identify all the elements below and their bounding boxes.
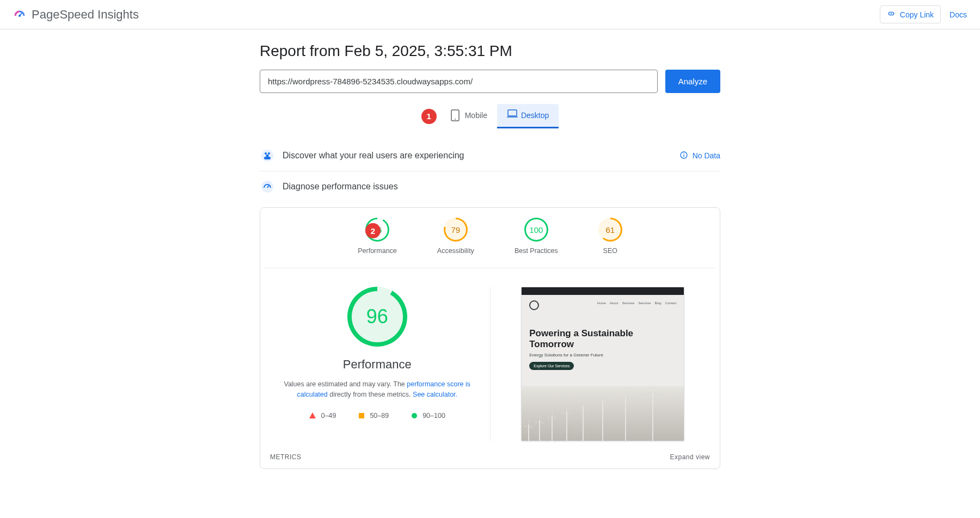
svg-point-3	[455, 119, 456, 120]
diag-icon	[260, 179, 275, 194]
info-icon	[679, 151, 688, 161]
thumb-bg	[522, 386, 684, 441]
app-header: PageSpeed Insights Copy Link Docs	[0, 0, 980, 29]
main-container: Report from Feb 5, 2025, 3:55:31 PM Anal…	[260, 29, 720, 469]
docs-link[interactable]: Docs	[950, 10, 967, 19]
perf-row: 96 Performance Values are estimated and …	[265, 268, 715, 447]
svg-line-1	[20, 13, 22, 16]
crux-icon	[260, 148, 275, 163]
diag-section-header: Diagnose performance issues	[260, 171, 720, 202]
svg-rect-4	[508, 110, 517, 116]
expand-view-button[interactable]: Expand view	[670, 453, 710, 461]
svg-point-12	[683, 153, 684, 154]
psi-logo-icon	[13, 8, 26, 21]
circle-icon	[412, 413, 417, 418]
header-actions: Copy Link Docs	[880, 5, 967, 23]
perf-link-seecalc[interactable]: See calculator.	[413, 391, 457, 398]
desktop-icon	[507, 109, 517, 121]
gauges-row: 2 96 Performance 79 Accessibility 100 Be…	[265, 218, 715, 268]
thumb-headline: Powering a Sustainable Tomorrow	[529, 328, 676, 349]
analyze-button[interactable]: Analyze	[665, 70, 720, 93]
score-legend: 0–49 50–89 90–100	[309, 412, 445, 420]
page-thumbnail: Home About Services Services Blog Contac…	[521, 287, 684, 441]
thumb-nav: Home About Services Services Blog Contac…	[597, 301, 676, 305]
tab-desktop[interactable]: Desktop	[497, 104, 559, 128]
square-icon	[359, 413, 364, 418]
thumb-cta: Explore Our Services	[529, 362, 574, 370]
callout-1-badge: 1	[421, 109, 437, 124]
svg-point-14	[261, 181, 273, 193]
diag-title: Diagnose performance issues	[283, 182, 398, 192]
perf-big-gauge: 96	[347, 287, 407, 347]
logo-group: PageSpeed Insights	[13, 8, 139, 22]
perf-title: Performance	[343, 357, 412, 372]
gauge-best-practices[interactable]: 100 Best Practices	[514, 218, 558, 255]
perf-score: 96	[352, 291, 403, 342]
mobile-icon	[451, 109, 461, 121]
perf-left: 96 Performance Values are estimated and …	[265, 287, 491, 441]
gauge-accessibility[interactable]: 79 Accessibility	[437, 218, 474, 255]
tab-desktop-label: Desktop	[521, 111, 549, 120]
crux-section: Discover what your real users are experi…	[260, 140, 720, 171]
panel-footer: METRICS Expand view	[265, 447, 715, 461]
callout-2-badge: 2	[365, 223, 381, 238]
triangle-icon	[309, 412, 316, 418]
url-input[interactable]	[260, 70, 658, 93]
crux-title: Discover what your real users are experi…	[283, 151, 464, 161]
legend-good: 90–100	[412, 412, 445, 420]
legend-avg: 50–89	[359, 412, 389, 420]
copy-link-button[interactable]: Copy Link	[880, 5, 941, 23]
thumb-body: Home About Services Services Blog Contac…	[522, 295, 684, 386]
svg-point-9	[266, 155, 269, 157]
svg-rect-13	[683, 155, 684, 157]
gauge-seo[interactable]: 61 SEO	[598, 218, 622, 255]
svg-rect-10	[264, 157, 271, 159]
svg-point-8	[268, 152, 270, 155]
diag-panel: 2 96 Performance 79 Accessibility 100 Be…	[260, 207, 720, 469]
analyze-row: Analyze	[260, 70, 720, 93]
tab-mobile-label: Mobile	[465, 111, 487, 120]
link-icon	[887, 9, 896, 20]
tab-mobile[interactable]: Mobile	[441, 104, 497, 128]
legend-bad: 0–49	[309, 412, 336, 420]
report-title: Report from Feb 5, 2025, 3:55:31 PM	[260, 42, 720, 60]
thumb-sub: Energy Solutions for a Greener Future	[529, 353, 676, 357]
nodata-label: No Data	[693, 151, 720, 160]
thumb-logo-icon	[529, 300, 539, 310]
metrics-label: METRICS	[270, 453, 302, 461]
svg-point-7	[265, 152, 267, 155]
perf-text: Values are estimated and may vary. The p…	[279, 379, 475, 400]
copy-link-label: Copy Link	[900, 10, 934, 19]
thumb-topbar	[522, 287, 684, 295]
perf-thumbnail-col: Home About Services Services Blog Contac…	[491, 287, 716, 441]
crux-nodata[interactable]: No Data	[679, 151, 720, 161]
device-tabs: 1 Mobile Desktop	[260, 104, 720, 128]
app-title: PageSpeed Insights	[32, 8, 139, 22]
